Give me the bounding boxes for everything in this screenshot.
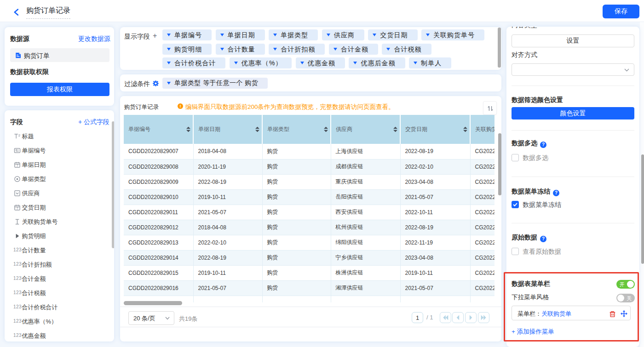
svg-text:7: 7 xyxy=(17,207,18,210)
svg-text:7: 7 xyxy=(17,164,18,167)
